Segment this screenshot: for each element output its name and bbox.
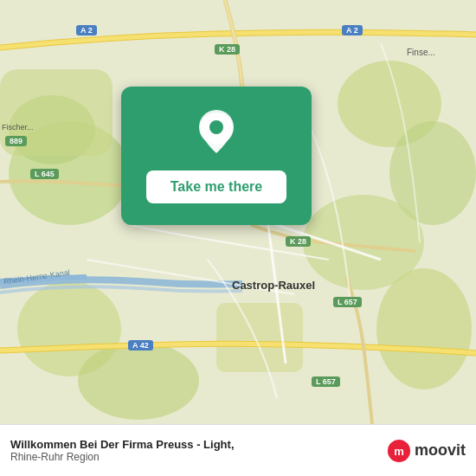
map-container: A 2 A 2 K 28 K 28 L 645 889 A 42 L 657 L… <box>0 0 476 424</box>
bottom-bar: Willkommen Bei Der Firma Preuss - Light,… <box>0 424 476 476</box>
highway-k28-top: K 28 <box>215 40 240 55</box>
overlay-card: Take me there <box>121 87 312 225</box>
svg-point-7 <box>376 268 472 389</box>
highway-a2-right: A 2 <box>342 21 363 36</box>
highway-a42: A 42 <box>128 336 153 351</box>
svg-point-9 <box>78 342 199 420</box>
city-label: Castrop-Rauxel <box>232 279 315 292</box>
moovit-text: moovit <box>415 441 466 460</box>
region-name: Rhine-Ruhr Region <box>10 451 387 463</box>
moovit-icon: m <box>387 439 411 463</box>
svg-rect-10 <box>216 303 303 372</box>
highway-889: 889 <box>5 132 27 147</box>
company-info: Willkommen Bei Der Firma Preuss - Light,… <box>10 438 387 463</box>
svg-text:m: m <box>394 444 404 457</box>
highway-l657-lower: L 657 <box>312 372 340 388</box>
company-name: Willkommen Bei Der Firma Preuss - Light, <box>10 438 387 451</box>
area-label-fischer: Fischer... <box>2 123 34 132</box>
highway-k28-mid: K 28 <box>286 232 311 248</box>
svg-point-12 <box>209 120 223 134</box>
highway-a2-left: A 2 <box>76 21 97 36</box>
take-me-there-button[interactable]: Take me there <box>146 170 286 203</box>
highway-l657-upper: L 657 <box>333 293 362 308</box>
location-pin-icon <box>195 108 238 160</box>
moovit-logo: m moovit <box>387 439 466 463</box>
highway-l645: L 645 <box>30 164 59 180</box>
area-label-finse: Finse... <box>407 48 435 57</box>
